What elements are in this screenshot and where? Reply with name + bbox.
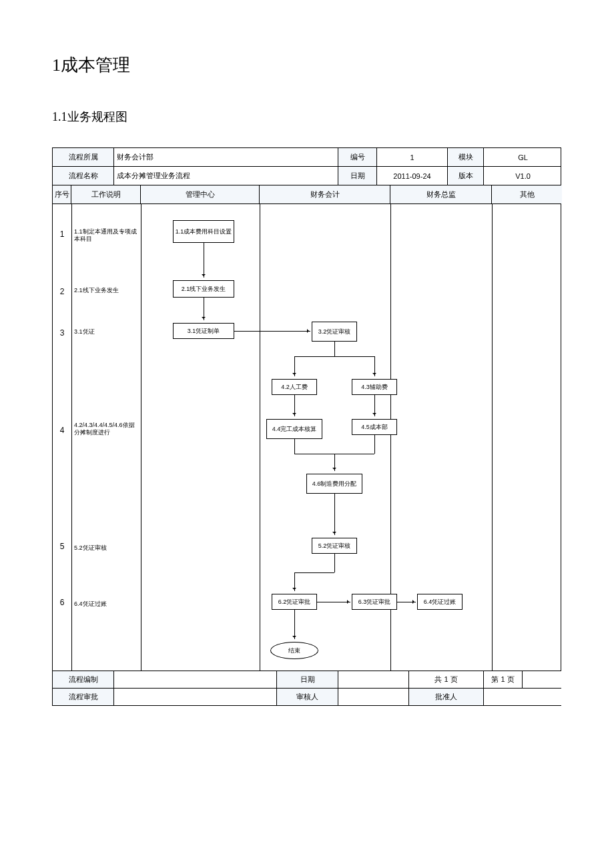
box-5-2: 5.2凭证审核 xyxy=(312,538,357,554)
box-4-5: 4.5成本部 xyxy=(352,419,397,435)
arrow xyxy=(334,454,335,471)
step-num-1: 1 xyxy=(53,230,71,239)
ftr-reviewer-label: 审核人 xyxy=(277,689,338,705)
lane-divider xyxy=(141,204,141,671)
ftr-reviewer-value xyxy=(338,689,409,705)
step-desc-5: 5.2凭证审核 xyxy=(74,544,138,552)
connector xyxy=(294,356,374,357)
arrow xyxy=(374,395,375,416)
box-6-4: 6.4凭证过账 xyxy=(417,594,463,610)
box-4-3: 4.3辅助费 xyxy=(352,379,397,395)
connector xyxy=(334,342,335,356)
lane-hdr-desc: 工作说明 xyxy=(71,185,141,203)
box-3-2: 3.2凭证审核 xyxy=(312,322,357,342)
lane-hdr-mgmt: 管理中心 xyxy=(141,185,260,203)
hdr-number-label: 编号 xyxy=(338,148,377,166)
lane-divider xyxy=(260,204,260,671)
step-num-3: 3 xyxy=(53,328,71,338)
hdr-name-value: 成本分摊管理业务流程 xyxy=(114,167,338,185)
swimlane-headers: 序号 工作说明 管理中心 财务会计 财务总监 其他 xyxy=(52,185,561,204)
lane-hdr-acct: 财务会计 xyxy=(260,185,390,203)
connector xyxy=(294,572,334,573)
connector xyxy=(334,554,335,572)
arrow xyxy=(294,610,295,639)
hdr-name-label: 流程名称 xyxy=(53,167,114,185)
ftr-prep-value xyxy=(114,671,277,688)
arrow xyxy=(294,356,295,376)
header-row-2: 流程名称 成本分摊管理业务流程 日期 2011-09-24 版本 V1.0 xyxy=(52,167,561,185)
arrow xyxy=(374,356,375,376)
arrow xyxy=(294,572,295,591)
ftr-prep-label: 流程编制 xyxy=(53,671,114,688)
box-4-4: 4.4完工成本核算 xyxy=(266,419,322,439)
step-desc-4: 4.2/4.3/4.4/4.5/4.6依据分摊制度进行 xyxy=(74,422,138,436)
section-title: 1.1业务规程图 xyxy=(52,109,562,125)
connector xyxy=(294,439,295,454)
hdr-version-value: V1.0 xyxy=(484,167,562,185)
ftr-approver-label: 批准人 xyxy=(409,689,484,705)
step-desc-1: 1.1制定本通用及专项成本科目 xyxy=(74,228,138,243)
hdr-number-value: 1 xyxy=(377,148,448,166)
step-desc-2: 2.1线下业务发生 xyxy=(74,287,138,294)
ftr-date-label: 日期 xyxy=(277,671,338,688)
step-num-4: 4 xyxy=(53,426,71,435)
arrow xyxy=(204,298,204,320)
arrow xyxy=(294,395,295,416)
ftr-approval-value xyxy=(114,689,277,705)
hdr-version-label: 版本 xyxy=(448,167,484,185)
box-4-2: 4.2人工费 xyxy=(272,379,317,395)
hdr-date-value: 2011-09-24 xyxy=(377,167,448,185)
box-1-1: 1.1成本费用科目设置 xyxy=(173,220,234,243)
hdr-module-label: 模块 xyxy=(448,148,484,166)
lane-hdr-seq: 序号 xyxy=(53,185,71,203)
box-6-3: 6.3凭证审批 xyxy=(352,594,397,610)
box-6-2: 6.2凭证审批 xyxy=(272,594,317,610)
ftr-date-value xyxy=(338,671,409,688)
arrow xyxy=(317,602,350,602)
terminator-end: 结束 xyxy=(270,642,318,659)
lane-hdr-cfo: 财务总监 xyxy=(390,185,492,203)
box-2-1: 2.1线下业务发生 xyxy=(173,280,234,298)
ftr-approval-label: 流程审批 xyxy=(53,689,114,705)
header-row-1: 流程所属 财务会计部 编号 1 模块 GL xyxy=(52,147,561,167)
arrow xyxy=(204,243,204,278)
page-title: 1成本管理 xyxy=(52,53,562,77)
step-desc-3: 3.1凭证 xyxy=(74,328,138,336)
connector xyxy=(374,435,375,454)
hdr-owner-value: 财务会计部 xyxy=(114,148,338,166)
hdr-date-label: 日期 xyxy=(338,167,377,185)
step-num-6: 6 xyxy=(53,598,71,607)
footer-row-1: 流程编制 日期 共 1 页 第 1 页 xyxy=(52,671,561,689)
ftr-page-no: 第 1 页 xyxy=(484,671,523,688)
hdr-module-value: GL xyxy=(484,148,562,166)
flowchart-diagram: 流程所属 财务会计部 编号 1 模块 GL 流程名称 成本分摊管理业务流程 日期… xyxy=(52,147,561,706)
box-3-1: 3.1凭证制单 xyxy=(173,323,234,339)
lane-divider xyxy=(71,204,72,671)
box-4-6: 4.6制造费用分配 xyxy=(306,474,362,494)
swimlane-body: 1 1.1制定本通用及专项成本科目 2 2.1线下业务发生 3 3.1凭证 4 … xyxy=(52,204,561,671)
arrow xyxy=(234,331,310,332)
ftr-approver-value xyxy=(484,689,562,705)
step-num-2: 2 xyxy=(53,287,71,296)
footer-row-2: 流程审批 审核人 批准人 xyxy=(52,689,561,706)
ftr-blank xyxy=(523,671,562,688)
step-num-5: 5 xyxy=(53,542,71,551)
lane-divider xyxy=(492,204,493,671)
lane-hdr-other: 其他 xyxy=(492,185,562,203)
ftr-total-pages: 共 1 页 xyxy=(409,671,484,688)
arrow xyxy=(334,494,335,535)
step-desc-6: 6.4凭证过账 xyxy=(74,600,138,608)
hdr-owner-label: 流程所属 xyxy=(53,148,114,166)
arrow xyxy=(397,602,416,602)
